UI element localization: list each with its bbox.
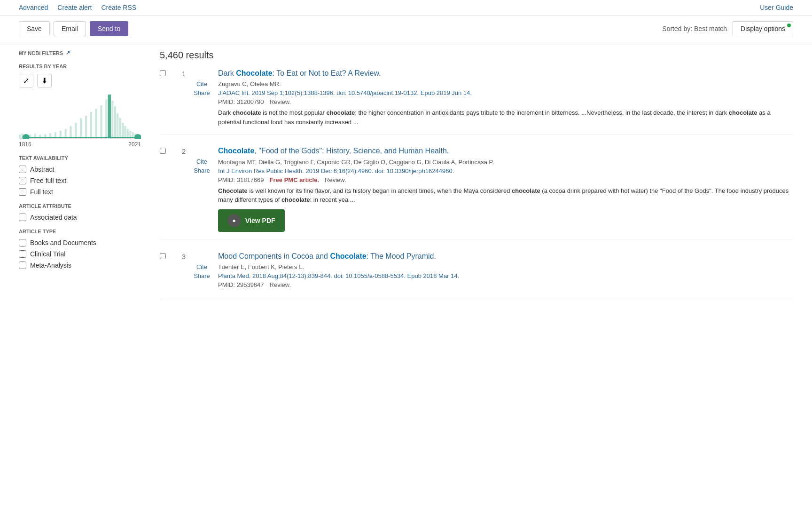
download-chart-button[interactable]: ⬇: [37, 74, 52, 87]
year-controls: ⤢ ⬇: [19, 74, 141, 87]
result-3-authors: Tuenter E, Foubert K, Pieters L.: [218, 263, 793, 270]
svg-rect-23: [117, 113, 118, 138]
result-2-keyword: Chocolate: [218, 147, 254, 155]
full-text-checkbox[interactable]: [19, 188, 26, 196]
result-3-checkbox[interactable]: [160, 253, 166, 259]
result-2-checkbox[interactable]: [160, 148, 166, 154]
svg-rect-12: [70, 126, 71, 138]
create-rss-link[interactable]: Create RSS: [101, 4, 136, 11]
svg-point-33: [23, 134, 30, 139]
result-2-title-link[interactable]: Chocolate, "Food of the Gods": History, …: [218, 147, 449, 155]
result-2-title: Chocolate, "Food of the Gods": History, …: [218, 146, 793, 156]
clinical-trial-checkbox[interactable]: [19, 250, 26, 258]
text-availability-title: TEXT AVAILABILITY: [19, 155, 141, 161]
result-1-checkbox-col: [160, 70, 166, 127]
result-1-content: Dark Chocolate: To Eat or Not to Eat? A …: [218, 68, 793, 127]
external-link-icon[interactable]: ↗: [66, 50, 70, 56]
text-availability-label: TEXT AVAILABILITY: [19, 155, 68, 161]
result-2-checkbox-col: [160, 148, 166, 231]
result-2-journal: Int J Environ Res Public Health. 2019 De…: [218, 167, 793, 175]
filter-meta-analysis[interactable]: Meta-Analysis: [19, 262, 141, 269]
result-1-checkbox[interactable]: [160, 70, 166, 76]
result-2-share-link[interactable]: Share: [194, 167, 210, 174]
advanced-link[interactable]: Advanced: [19, 4, 48, 11]
result-1-pmid: PMID: 31200790: [218, 98, 264, 105]
sendto-button[interactable]: Send to: [90, 21, 128, 36]
associated-data-checkbox[interactable]: [19, 214, 26, 221]
save-button[interactable]: Save: [19, 21, 50, 36]
result-3-actions: Cite Share: [191, 263, 212, 291]
result-3-cite-link[interactable]: Cite: [196, 263, 207, 270]
top-navigation: Advanced Create alert Create RSS User Gu…: [0, 0, 812, 16]
svg-rect-25: [122, 123, 124, 138]
top-nav-right: User Guide: [760, 4, 793, 11]
svg-rect-26: [124, 126, 126, 138]
result-1-actions: Cite Share: [191, 80, 212, 127]
meta-analysis-checkbox[interactable]: [19, 262, 26, 269]
full-text-label: Full text: [30, 188, 53, 196]
svg-rect-22: [114, 106, 116, 138]
result-3-pmid: PMID: 29539647: [218, 281, 264, 288]
svg-rect-15: [85, 116, 87, 138]
article-type-title: ARTICLE TYPE: [19, 229, 141, 234]
filter-abstract[interactable]: Abstract: [19, 166, 141, 173]
user-guide-link[interactable]: User Guide: [760, 4, 793, 11]
result-1-number: 1: [172, 70, 186, 127]
year-start: 1816: [19, 141, 31, 148]
result-2-meta: PMID: 31817669 Free PMC article. Review.: [218, 176, 793, 183]
result-3-share-link[interactable]: Share: [194, 272, 210, 279]
view-pdf-button[interactable]: ● View PDF: [218, 209, 285, 232]
svg-rect-18: [100, 105, 102, 138]
result-3-checkbox-col: [160, 253, 166, 291]
table-row: 2 Cite Share Chocolate, "Food of the God…: [160, 146, 793, 239]
result-2-number: 2: [172, 148, 186, 231]
meta-analysis-label: Meta-Analysis: [30, 262, 71, 269]
year-chart: [19, 92, 141, 139]
filter-books-documents[interactable]: Books and Documents: [19, 239, 141, 246]
my-ncbi-filters-title: MY NCBI FILTERS ↗: [19, 50, 141, 56]
free-full-text-checkbox[interactable]: [19, 177, 26, 184]
year-end: 2021: [128, 141, 141, 148]
display-dot-indicator: [787, 24, 791, 27]
pdf-icon: ●: [227, 214, 241, 227]
svg-rect-14: [80, 118, 82, 138]
result-3-title: Mood Components in Cocoa and Chocolate: …: [218, 251, 793, 262]
view-pdf-label: View PDF: [245, 217, 275, 224]
create-alert-link[interactable]: Create alert: [57, 4, 92, 11]
result-1-cite-link[interactable]: Cite: [196, 80, 207, 87]
expand-chart-button[interactable]: ⤢: [19, 74, 33, 87]
table-row: 3 Cite Share Mood Components in Cocoa an…: [160, 251, 793, 299]
result-3-title-link[interactable]: Mood Components in Cocoa and Chocolate: …: [218, 252, 436, 260]
result-2-cite-link[interactable]: Cite: [196, 158, 207, 165]
display-options-label: Display options: [741, 25, 785, 32]
email-button[interactable]: Email: [54, 21, 86, 36]
toolbar: Save Email Send to Sorted by: Best match…: [0, 16, 812, 42]
associated-data-label: Associated data: [30, 214, 77, 221]
result-3-journal: Planta Med. 2018 Aug;84(12-13):839-844. …: [218, 272, 793, 279]
filter-clinical-trial[interactable]: Clinical Trial: [19, 250, 141, 258]
result-3-content: Mood Components in Cocoa and Chocolate: …: [218, 251, 793, 291]
sidebar: MY NCBI FILTERS ↗ RESULTS BY YEAR ⤢ ⬇: [19, 42, 150, 318]
filter-full-text[interactable]: Full text: [19, 188, 141, 196]
filter-free-full-text[interactable]: Free full text: [19, 177, 141, 184]
filter-associated-data[interactable]: Associated data: [19, 214, 141, 221]
result-1-journal: J AOAC Int. 2019 Sep 1;102(5):1388-1396.…: [218, 89, 793, 96]
svg-rect-17: [95, 109, 97, 138]
display-options-button[interactable]: Display options: [733, 21, 793, 36]
books-documents-label: Books and Documents: [30, 239, 96, 246]
results-by-year-label: RESULTS BY YEAR: [19, 64, 67, 69]
result-1-authors: Zugravu C, Otelea MR.: [218, 80, 793, 87]
result-1-title: Dark Chocolate: To Eat or Not to Eat? A …: [218, 68, 793, 79]
clinical-trial-label: Clinical Trial: [30, 250, 65, 258]
my-ncbi-filters-label: MY NCBI FILTERS: [19, 50, 63, 56]
result-1-share-link[interactable]: Share: [194, 89, 210, 96]
result-2-actions: Cite Share: [191, 158, 212, 231]
svg-rect-19: [105, 99, 107, 138]
abstract-checkbox[interactable]: [19, 166, 26, 173]
result-1-meta: PMID: 31200790 Review.: [218, 98, 793, 105]
svg-rect-20: [108, 95, 111, 138]
books-documents-checkbox[interactable]: [19, 239, 26, 246]
result-2-content: Chocolate, "Food of the Gods": History, …: [218, 146, 793, 231]
result-1-title-link[interactable]: Dark Chocolate: To Eat or Not to Eat? A …: [218, 69, 381, 77]
svg-rect-21: [111, 101, 113, 138]
